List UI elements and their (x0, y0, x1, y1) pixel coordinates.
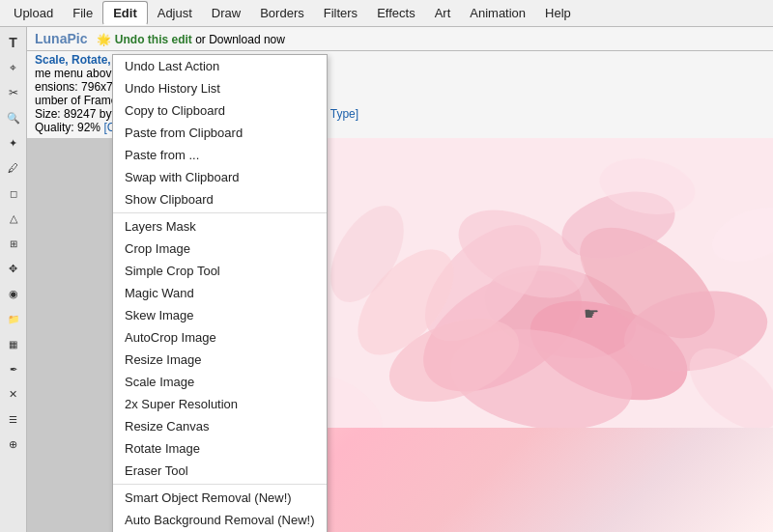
color-tool[interactable]: ◉ (2, 282, 25, 305)
menu-scale-image[interactable]: Scale Image (113, 371, 327, 393)
info-bar: LunaPic 🌟 Undo this edit or Download now (27, 27, 773, 51)
menu-resize-canvas[interactable]: Resize Canvas (113, 415, 327, 437)
separator-1 (113, 212, 327, 213)
menu-crop-image[interactable]: Crop Image (113, 238, 327, 260)
text-tool[interactable]: T (2, 31, 25, 54)
info-or: or (195, 33, 209, 46)
menu-undo-history[interactable]: Undo History List (113, 77, 327, 99)
menu-adjust[interactable]: Adjust (148, 2, 202, 24)
menu-rotate-image[interactable]: Rotate Image (113, 437, 327, 460)
hand-tool[interactable]: ☰ (2, 407, 25, 431)
quality-label: Quality: 92% (35, 121, 103, 134)
menu-help[interactable]: Help (535, 2, 581, 24)
menu-edit[interactable]: Edit (102, 1, 148, 25)
left-toolbar: T ⌖ ✂ 🔍 ✦ 🖊 ◻ △ ⊞ ✥ ◉ 📁 ▦ ✒ ✕ ☰ ⊕ (0, 27, 27, 532)
content-area: LunaPic 🌟 Undo this edit or Download now… (27, 27, 773, 532)
menu-borders[interactable]: Borders (250, 2, 314, 24)
menu-effects[interactable]: Effects (367, 2, 425, 24)
menu-file[interactable]: File (63, 2, 102, 24)
canvas-image: ☛ (309, 138, 773, 532)
search-tool[interactable]: 🔍 (2, 106, 25, 129)
menu-autocrop[interactable]: AutoCrop Image (113, 326, 327, 349)
menu-super-resolution[interactable]: 2x Super Resolution (113, 393, 327, 415)
menu-auto-background[interactable]: Auto Background Removal (New!) (113, 509, 327, 531)
scissors-tool[interactable]: ✂ (2, 81, 25, 104)
menu-eraser-tool[interactable]: Eraser Tool (113, 460, 327, 482)
separator-2 (113, 484, 327, 485)
brush-tool[interactable]: 🖊 (2, 156, 25, 180)
menu-paste-clipboard[interactable]: Paste from Clipboard (113, 122, 327, 144)
flower-svg (309, 138, 773, 428)
app-logo: LunaPic (35, 31, 87, 46)
menu-upload[interactable]: Upload (4, 2, 63, 24)
info-spacer: 🌟 (91, 33, 115, 46)
eraser-tool-btn[interactable]: ◻ (2, 182, 25, 205)
menu-draw[interactable]: Draw (202, 2, 250, 24)
menu-copy-clipboard[interactable]: Copy to Clipboard (113, 99, 327, 122)
undo-link[interactable]: Undo this edit (115, 33, 192, 46)
edit-dropdown-menu: Undo Last Action Undo History List Copy … (112, 54, 328, 532)
menu-skew-image[interactable]: Skew Image (113, 304, 327, 326)
menu-simple-crop[interactable]: Simple Crop Tool (113, 260, 327, 282)
menu-show-clipboard[interactable]: Show Clipboard (113, 188, 327, 210)
main-layout: T ⌖ ✂ 🔍 ✦ 🖊 ◻ △ ⊞ ✥ ◉ 📁 ▦ ✒ ✕ ☰ ⊕ LunaPi… (0, 27, 773, 532)
clone-tool[interactable]: ⊞ (2, 232, 25, 255)
menu-magic-wand[interactable]: Magic Wand (113, 282, 327, 304)
menu-layers-mask[interactable]: Layers Mask (113, 215, 327, 238)
pen-tool[interactable]: ✒ (2, 357, 25, 380)
menu-smart-object[interactable]: Smart Object Removal (New!) (113, 487, 327, 509)
move-tool[interactable]: ✥ (2, 257, 25, 280)
folder-tool[interactable]: 📁 (2, 307, 25, 330)
download-link[interactable]: Download now (209, 33, 285, 46)
menu-undo-last[interactable]: Undo Last Action (113, 55, 327, 77)
menu-resize-image[interactable]: Resize Image (113, 349, 327, 371)
menu-filters[interactable]: Filters (314, 2, 367, 24)
menu-paste-from[interactable]: Paste from ... (113, 144, 327, 166)
menu-art[interactable]: Art (425, 2, 461, 24)
menu-bar: Upload File Edit Adjust Draw Borders Fil… (0, 0, 773, 27)
menu-swap-clipboard[interactable]: Swap with Clipboard (113, 166, 327, 188)
lasso-tool[interactable]: ⌖ (2, 56, 25, 79)
menu-animation[interactable]: Animation (460, 2, 535, 24)
magic-tool[interactable]: ✦ (2, 131, 25, 154)
cursor-pointer: ☛ (584, 303, 599, 324)
shapes-tool[interactable]: △ (2, 207, 25, 230)
zoom-tool[interactable]: ⊕ (2, 433, 25, 456)
gradient-tool[interactable]: ▦ (2, 332, 25, 355)
cross-tool[interactable]: ✕ (2, 382, 25, 406)
